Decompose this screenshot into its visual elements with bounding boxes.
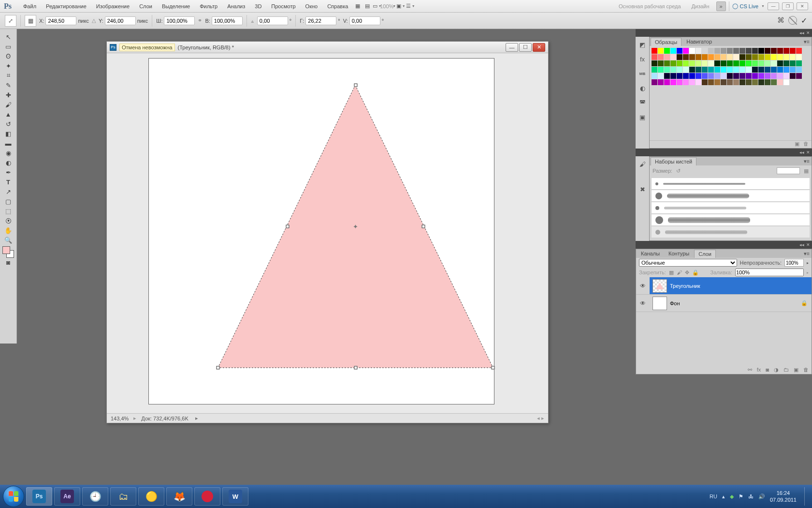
mb-panel-icon[interactable]: MB: [638, 69, 647, 78]
delete-layer-icon[interactable]: 🗑: [803, 367, 809, 373]
swatch[interactable]: [796, 67, 802, 73]
brush-panel-icon[interactable]: 🖌: [638, 159, 647, 169]
swatch[interactable]: [670, 60, 676, 66]
swatch[interactable]: [708, 48, 714, 54]
marquee-tool-icon[interactable]: ▭: [2, 42, 14, 51]
menu-image[interactable]: Изображение: [91, 1, 134, 11]
swatch[interactable]: [771, 79, 777, 85]
doc-maximize[interactable]: ☐: [519, 43, 532, 52]
swatch[interactable]: [702, 79, 708, 85]
hand-tool-icon[interactable]: ✋: [2, 225, 14, 235]
window-close[interactable]: ✕: [797, 2, 808, 10]
swatch[interactable]: [714, 48, 720, 54]
swatch[interactable]: [790, 73, 796, 79]
swatch[interactable]: [714, 79, 720, 85]
swatch[interactable]: [677, 48, 682, 54]
swatch[interactable]: [758, 48, 764, 54]
layer-item-triangle[interactable]: 👁 Треугольник: [636, 277, 812, 295]
stamp-tool-icon[interactable]: ▲: [2, 109, 14, 119]
group-icon[interactable]: 🗀: [783, 367, 789, 373]
wand-tool-icon[interactable]: ✦: [2, 61, 14, 71]
swatch[interactable]: [746, 67, 752, 73]
layers-menu-icon[interactable]: ▾≡: [804, 251, 810, 257]
swatch[interactable]: [664, 48, 670, 54]
swatch[interactable]: [664, 73, 670, 79]
menu-filter[interactable]: Фильтр: [195, 1, 222, 11]
swatch[interactable]: [714, 60, 720, 66]
layer-name[interactable]: Треугольник: [670, 283, 700, 289]
zoom-preset[interactable]: 100%: [382, 1, 392, 11]
swatch[interactable]: [740, 54, 745, 60]
swatch[interactable]: [658, 48, 664, 54]
visibility-icon[interactable]: 👁: [636, 277, 650, 294]
swatch[interactable]: [765, 67, 770, 73]
tray-clock[interactable]: 16:24 07.09.2011: [770, 490, 797, 503]
swatch[interactable]: [752, 54, 758, 60]
swatch[interactable]: [796, 73, 802, 79]
swatch[interactable]: [702, 54, 708, 60]
swatch[interactable]: [702, 60, 708, 66]
menu-edit[interactable]: Редактирование: [41, 1, 91, 11]
layer-mask-icon[interactable]: ◙: [766, 367, 769, 373]
status-menu-icon[interactable]: ▸: [195, 415, 198, 421]
swatch[interactable]: [664, 79, 670, 85]
styles-panel-icon[interactable]: fx: [638, 54, 647, 64]
screen-mode-icon[interactable]: ▣▼: [396, 1, 406, 11]
zoom-tool-icon[interactable]: 🔍: [2, 235, 14, 245]
menu-window[interactable]: Окно: [301, 1, 323, 11]
extras-icon[interactable]: ☰▼: [406, 1, 415, 11]
task-aftereffects[interactable]: Ae: [54, 487, 80, 506]
swatch[interactable]: [771, 67, 777, 73]
history-brush-icon[interactable]: ↺: [2, 119, 14, 129]
swatch[interactable]: [752, 60, 758, 66]
crop-tool-icon[interactable]: ⌗: [2, 71, 14, 80]
swatch[interactable]: [670, 67, 676, 73]
swatch[interactable]: [796, 48, 802, 54]
task-photoshop[interactable]: Ps: [26, 487, 52, 506]
swatch[interactable]: [696, 48, 701, 54]
swatch[interactable]: [708, 60, 714, 66]
heal-tool-icon[interactable]: ✚: [2, 90, 14, 100]
doc-minimize[interactable]: —: [506, 43, 518, 52]
tray-up-icon[interactable]: ▴: [722, 493, 725, 500]
swatch[interactable]: [721, 60, 726, 66]
swatch[interactable]: [758, 60, 764, 66]
task-clock[interactable]: 🕘: [82, 487, 108, 506]
reference-point-icon[interactable]: ▦: [25, 15, 36, 27]
swatch[interactable]: [696, 79, 701, 85]
swatch[interactable]: [796, 54, 802, 60]
menu-analysis[interactable]: Анализ: [222, 1, 250, 11]
swatch[interactable]: [683, 48, 689, 54]
swatch[interactable]: [758, 67, 764, 73]
swatch[interactable]: [696, 73, 701, 79]
swatch[interactable]: [708, 67, 714, 73]
task-firefox[interactable]: 🦊: [166, 487, 192, 506]
swatch[interactable]: [670, 79, 676, 85]
task-chrome[interactable]: 🟡: [138, 487, 164, 506]
swatch[interactable]: [740, 60, 745, 66]
camera-panel-icon[interactable]: ▣: [638, 112, 647, 122]
shape-tool-icon[interactable]: ▢: [2, 196, 14, 206]
swatch[interactable]: [714, 67, 720, 73]
swatch[interactable]: [752, 79, 758, 85]
swatch[interactable]: [689, 48, 695, 54]
swatch[interactable]: [664, 60, 670, 66]
transform-angle-input[interactable]: [257, 16, 288, 25]
menu-help[interactable]: Справка: [322, 1, 353, 11]
window-restore[interactable]: ❐: [782, 2, 794, 10]
swatch[interactable]: [702, 73, 708, 79]
swatch[interactable]: [758, 79, 764, 85]
type-tool-icon[interactable]: T: [2, 177, 14, 187]
show-desktop[interactable]: [804, 487, 809, 506]
start-button[interactable]: [3, 486, 24, 507]
swatch[interactable]: [777, 48, 783, 54]
swatch[interactable]: [740, 73, 745, 79]
menu-view[interactable]: Просмотр: [266, 1, 300, 11]
swatch[interactable]: [689, 79, 695, 85]
workspace-main[interactable]: Основная рабочая среда: [615, 3, 685, 9]
swatch[interactable]: [765, 48, 770, 54]
swatch[interactable]: [777, 67, 783, 73]
swatch[interactable]: [708, 79, 714, 85]
dodge-tool-icon[interactable]: ◐: [2, 158, 14, 167]
transform-x-input[interactable]: [45, 16, 76, 25]
